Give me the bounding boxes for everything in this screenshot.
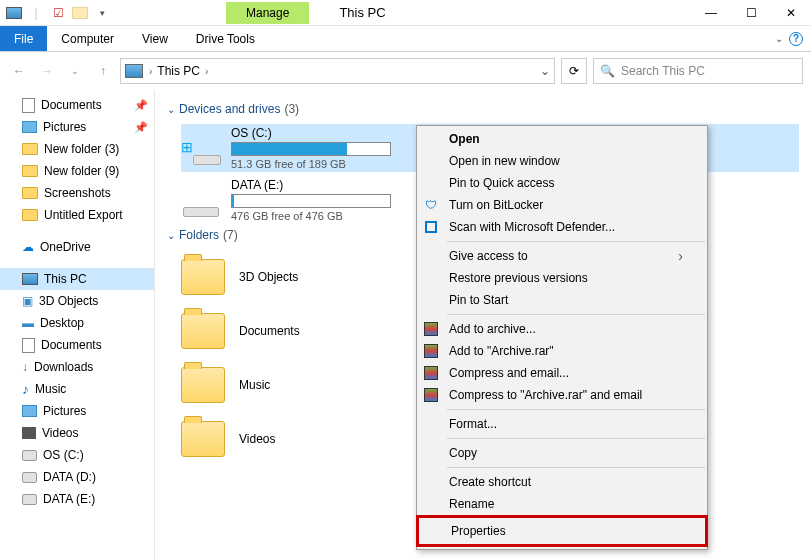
tree-item-new-folder-9-[interactable]: New folder (9)	[0, 160, 154, 182]
shield-icon: 🛡	[423, 197, 439, 213]
qat-dropdown-icon[interactable]: ▾	[92, 3, 112, 23]
ctx-properties-highlight: Properties	[416, 515, 708, 547]
chevron-down-icon: ⌄	[167, 230, 175, 241]
navigation-tree[interactable]: Documents📌Pictures📌New folder (3)New fol…	[0, 90, 155, 560]
folder-label: Videos	[239, 432, 275, 446]
tab-computer[interactable]: Computer	[47, 26, 128, 51]
ctx-rename[interactable]: Rename	[417, 493, 707, 515]
properties-qat-icon[interactable]: ☑	[48, 3, 68, 23]
close-button[interactable]: ✕	[771, 0, 811, 26]
ctx-properties[interactable]: Properties	[419, 518, 705, 544]
tree-item-new-folder-3-[interactable]: New folder (3)	[0, 138, 154, 160]
ribbon-tabs: File Computer View Drive Tools ⌄ ?	[0, 26, 811, 52]
ctx-add-to-rar[interactable]: Add to "Archive.rar"	[417, 340, 707, 362]
ctx-pin-to-start[interactable]: Pin to Start	[417, 289, 707, 311]
search-input[interactable]: 🔍 Search This PC	[593, 58, 803, 84]
pic-icon	[22, 121, 37, 133]
address-bar[interactable]: › This PC › ⌄	[120, 58, 555, 84]
3d-icon: ▣	[22, 294, 33, 308]
tree-item-this-pc[interactable]: This PC	[0, 268, 154, 290]
ctx-restore-previous[interactable]: Restore previous versions	[417, 267, 707, 289]
folder-label: Documents	[239, 324, 300, 338]
video-icon	[22, 427, 36, 439]
ctx-open-new-window[interactable]: Open in new window	[417, 150, 707, 172]
tab-drive-tools[interactable]: Drive Tools	[182, 26, 269, 51]
tree-label: OneDrive	[40, 240, 91, 254]
new-folder-qat-icon[interactable]	[70, 3, 90, 23]
drive-usage-bar	[231, 142, 391, 156]
pin-icon: 📌	[134, 99, 148, 112]
tree-item-3d-objects[interactable]: ▣3D Objects	[0, 290, 154, 312]
ctx-copy[interactable]: Copy	[417, 442, 707, 464]
ctx-defender-scan[interactable]: Scan with Microsoft Defender...	[417, 216, 707, 238]
doc-icon	[22, 338, 35, 353]
address-dropdown-icon[interactable]: ⌄	[540, 64, 550, 78]
tree-item-pictures[interactable]: Pictures	[0, 400, 154, 422]
tree-item-documents[interactable]: Documents	[0, 334, 154, 356]
breadcrumb-this-pc[interactable]: This PC	[154, 64, 203, 78]
tree-label: Desktop	[40, 316, 84, 330]
folder-icon	[22, 187, 38, 199]
drive-icon	[181, 183, 221, 217]
ctx-separator	[447, 409, 705, 410]
tree-item-pictures[interactable]: Pictures📌	[0, 116, 154, 138]
maximize-button[interactable]: ☐	[731, 0, 771, 26]
ctx-compress-email[interactable]: Compress and email...	[417, 362, 707, 384]
tree-label: New folder (3)	[44, 142, 119, 156]
tree-label: New folder (9)	[44, 164, 119, 178]
pin-icon: 📌	[134, 121, 148, 134]
tree-item-documents[interactable]: Documents📌	[0, 94, 154, 116]
folder-icon	[181, 421, 225, 457]
tree-item-onedrive[interactable]: ☁OneDrive	[0, 236, 154, 258]
tree-item-videos[interactable]: Videos	[0, 422, 154, 444]
tree-item-downloads[interactable]: ↓Downloads	[0, 356, 154, 378]
tree-label: Pictures	[43, 404, 86, 418]
drive-icon: ⊞	[181, 131, 221, 165]
winrar-icon	[423, 343, 439, 359]
tree-item-untitled-export[interactable]: Untitled Export	[0, 204, 154, 226]
group-label: Folders	[179, 228, 219, 242]
tree-label: Pictures	[43, 120, 86, 134]
tree-label: DATA (E:)	[43, 492, 95, 506]
ctx-bitlocker[interactable]: 🛡Turn on BitLocker	[417, 194, 707, 216]
group-devices-and-drives[interactable]: ⌄ Devices and drives (3)	[167, 102, 799, 116]
winrar-icon	[423, 321, 439, 337]
tree-label: This PC	[44, 272, 87, 286]
ribbon-expand-icon[interactable]: ⌄	[775, 33, 783, 44]
title-bar: | ☑ ▾ Manage This PC — ☐ ✕	[0, 0, 811, 26]
quick-access-toolbar: | ☑ ▾	[0, 3, 116, 23]
manage-contextual-tab[interactable]: Manage	[226, 2, 309, 24]
refresh-button[interactable]: ⟳	[561, 58, 587, 84]
ctx-add-to-archive[interactable]: Add to archive...	[417, 318, 707, 340]
disk-icon	[22, 494, 37, 505]
ctx-format[interactable]: Format...	[417, 413, 707, 435]
folder-label: 3D Objects	[239, 270, 298, 284]
ctx-compress-rar-email[interactable]: Compress to "Archive.rar" and email	[417, 384, 707, 406]
tree-label: Videos	[42, 426, 78, 440]
back-button[interactable]: ←	[8, 60, 30, 82]
tab-view[interactable]: View	[128, 26, 182, 51]
tree-item-data-e-[interactable]: DATA (E:)	[0, 488, 154, 510]
drive-usage-bar	[231, 194, 391, 208]
explorer-icon[interactable]	[4, 3, 24, 23]
tree-label: Screenshots	[44, 186, 111, 200]
help-icon[interactable]: ?	[789, 32, 803, 46]
ctx-pin-quick-access[interactable]: Pin to Quick access	[417, 172, 707, 194]
ctx-open[interactable]: Open	[417, 128, 707, 150]
tree-item-desktop[interactable]: ▬Desktop	[0, 312, 154, 334]
tab-file[interactable]: File	[0, 26, 47, 51]
ctx-give-access-to[interactable]: Give access to›	[417, 245, 707, 267]
tree-item-music[interactable]: ♪Music	[0, 378, 154, 400]
crumb-chevron-icon[interactable]: ›	[147, 66, 154, 77]
ctx-create-shortcut[interactable]: Create shortcut	[417, 471, 707, 493]
tree-item-os-c-[interactable]: OS (C:)	[0, 444, 154, 466]
minimize-button[interactable]: —	[691, 0, 731, 26]
disk-icon	[22, 472, 37, 483]
recent-dropdown-icon[interactable]: ⌄	[64, 60, 86, 82]
tree-item-data-d-[interactable]: DATA (D:)	[0, 466, 154, 488]
up-button[interactable]: ↑	[92, 60, 114, 82]
crumb-chevron-icon[interactable]: ›	[203, 66, 210, 77]
desktop-icon: ▬	[22, 316, 34, 330]
forward-button[interactable]: →	[36, 60, 58, 82]
tree-item-screenshots[interactable]: Screenshots	[0, 182, 154, 204]
